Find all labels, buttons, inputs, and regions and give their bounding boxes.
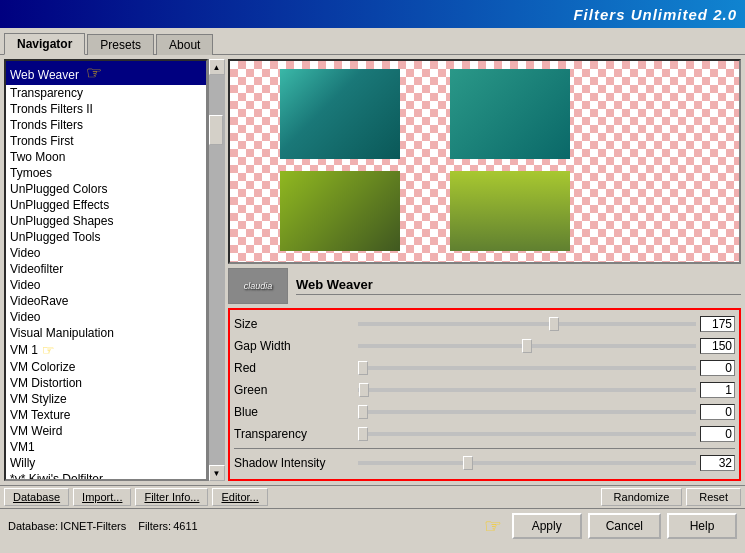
param-slider-size[interactable] bbox=[358, 322, 696, 326]
param-slider-shadow[interactable] bbox=[358, 461, 696, 465]
status-database-label: Database: bbox=[8, 520, 58, 532]
param-row-gap: Gap Width 150 bbox=[234, 336, 735, 356]
param-row-transparency: Transparency 0 bbox=[234, 424, 735, 444]
list-item[interactable]: Tronds First bbox=[6, 133, 206, 149]
status-filters-value: 4611 bbox=[173, 520, 197, 532]
tab-presets[interactable]: Presets bbox=[87, 34, 154, 55]
apply-hand-icon: ☞ bbox=[484, 514, 502, 538]
database-btn[interactable]: Database bbox=[4, 488, 69, 506]
hand-icon-vm1: ☞ bbox=[42, 342, 55, 358]
help-button[interactable]: Help bbox=[667, 513, 737, 539]
list-item[interactable]: Video bbox=[6, 309, 206, 325]
param-label-red: Red bbox=[234, 361, 354, 375]
list-item[interactable]: VM Colorize bbox=[6, 359, 206, 375]
param-value-gap: 150 bbox=[700, 338, 735, 354]
filter-list: Web Weaver ☞ Transparency Tronds Filters… bbox=[4, 59, 208, 481]
param-divider bbox=[234, 448, 735, 449]
list-item[interactable]: VM Stylize bbox=[6, 391, 206, 407]
param-row-size: Size 175 bbox=[234, 314, 735, 334]
param-label-blue: Blue bbox=[234, 405, 354, 419]
plugin-name-label: Web Weaver bbox=[296, 277, 373, 292]
tab-bar: Navigator Presets About bbox=[0, 28, 745, 55]
list-item[interactable]: *v* Kiwi's Delfilter bbox=[6, 471, 206, 481]
action-row: Database: ICNET-Filters Filters: 4611 ☞ … bbox=[0, 508, 745, 543]
param-label-green: Green bbox=[234, 383, 354, 397]
param-slider-green[interactable] bbox=[358, 388, 696, 392]
param-slider-blue[interactable] bbox=[358, 410, 696, 414]
cancel-button[interactable]: Cancel bbox=[588, 513, 661, 539]
selected-list-item[interactable]: Web Weaver ☞ bbox=[6, 61, 206, 85]
left-panel: Web Weaver ☞ Transparency Tronds Filters… bbox=[4, 59, 224, 481]
list-item[interactable]: Videofilter bbox=[6, 261, 206, 277]
param-label-gap: Gap Width bbox=[234, 339, 354, 353]
main-content: Web Weaver ☞ Transparency Tronds Filters… bbox=[0, 55, 745, 485]
param-value-transparency: 0 bbox=[700, 426, 735, 442]
plugin-info: claudia Web Weaver bbox=[228, 268, 741, 304]
list-item[interactable]: Tronds Filters bbox=[6, 117, 206, 133]
list-item[interactable]: UnPlugged Shapes bbox=[6, 213, 206, 229]
param-value-blue: 0 bbox=[700, 404, 735, 420]
param-row-green: Green 1 bbox=[234, 380, 735, 400]
list-item[interactable]: VM Weird bbox=[6, 423, 206, 439]
param-value-green: 1 bbox=[700, 382, 735, 398]
param-value-shadow: 32 bbox=[700, 455, 735, 471]
apply-button[interactable]: Apply bbox=[512, 513, 582, 539]
list-item[interactable]: UnPlugged Effects bbox=[6, 197, 206, 213]
preview-area bbox=[228, 59, 741, 264]
list-item[interactable]: Transparency bbox=[6, 85, 206, 101]
list-item[interactable]: VM Distortion bbox=[6, 375, 206, 391]
params-panel: Size 175 Gap Width 150 Red 0 Green 1 bbox=[228, 308, 741, 481]
param-value-red: 0 bbox=[700, 360, 735, 376]
import-btn[interactable]: Import... bbox=[73, 488, 131, 506]
preview-rect-teal-2 bbox=[450, 69, 570, 159]
scroll-track[interactable] bbox=[209, 75, 225, 465]
plugin-thumbnail: claudia bbox=[228, 268, 288, 304]
list-item[interactable]: VM1 bbox=[6, 439, 206, 455]
list-item[interactable]: UnPlugged Colors bbox=[6, 181, 206, 197]
param-row-red: Red 0 bbox=[234, 358, 735, 378]
bottom-toolbar: Database Import... Filter Info... Editor… bbox=[0, 485, 745, 508]
list-item[interactable]: Tronds Filters II bbox=[6, 101, 206, 117]
thumbnail-text: claudia bbox=[244, 281, 273, 291]
param-label-size: Size bbox=[234, 317, 354, 331]
list-scrollbar[interactable]: ▲ ▼ bbox=[208, 59, 224, 481]
scroll-up-btn[interactable]: ▲ bbox=[209, 59, 225, 75]
list-item[interactable]: Tymoes bbox=[6, 165, 206, 181]
scroll-down-btn[interactable]: ▼ bbox=[209, 465, 225, 481]
param-slider-red[interactable] bbox=[358, 366, 696, 370]
param-label-transparency: Transparency bbox=[234, 427, 354, 441]
tab-about[interactable]: About bbox=[156, 34, 213, 55]
status-database-value: ICNET-Filters bbox=[60, 520, 126, 532]
scroll-thumb[interactable] bbox=[209, 115, 223, 145]
param-label-shadow: Shadow Intensity bbox=[234, 456, 354, 470]
list-item[interactable]: VM Texture bbox=[6, 407, 206, 423]
reset-btn[interactable]: Reset bbox=[686, 488, 741, 506]
param-slider-transparency[interactable] bbox=[358, 432, 696, 436]
tab-navigator[interactable]: Navigator bbox=[4, 33, 85, 55]
right-panel: claudia Web Weaver Size 175 Gap Width 15… bbox=[228, 59, 741, 481]
list-item-vm1[interactable]: VM 1 ☞ bbox=[6, 341, 206, 359]
list-item[interactable]: Two Moon bbox=[6, 149, 206, 165]
status-filters-label: Filters: bbox=[138, 520, 171, 532]
title-bar: Filters Unlimited 2.0 bbox=[0, 0, 745, 28]
list-item[interactable]: VideoRave bbox=[6, 293, 206, 309]
editor-btn[interactable]: Editor... bbox=[212, 488, 267, 506]
param-value-size: 175 bbox=[700, 316, 735, 332]
preview-rect-teal-1 bbox=[280, 69, 400, 159]
randomize-btn[interactable]: Randomize bbox=[601, 488, 683, 506]
list-item[interactable]: Video bbox=[6, 277, 206, 293]
filter-info-btn[interactable]: Filter Info... bbox=[135, 488, 208, 506]
param-row-shadow: Shadow Intensity 32 bbox=[234, 453, 735, 473]
list-item[interactable]: Willy bbox=[6, 455, 206, 471]
param-row-blue: Blue 0 bbox=[234, 402, 735, 422]
preview-rect-green-1 bbox=[280, 171, 400, 251]
param-slider-gap[interactable] bbox=[358, 344, 696, 348]
list-item[interactable]: Video bbox=[6, 245, 206, 261]
list-item[interactable]: UnPlugged Tools bbox=[6, 229, 206, 245]
title-text: Filters Unlimited 2.0 bbox=[573, 6, 737, 23]
hand-icon: ☞ bbox=[86, 62, 102, 84]
preview-rect-green-2 bbox=[450, 171, 570, 251]
list-item[interactable]: Visual Manipulation bbox=[6, 325, 206, 341]
